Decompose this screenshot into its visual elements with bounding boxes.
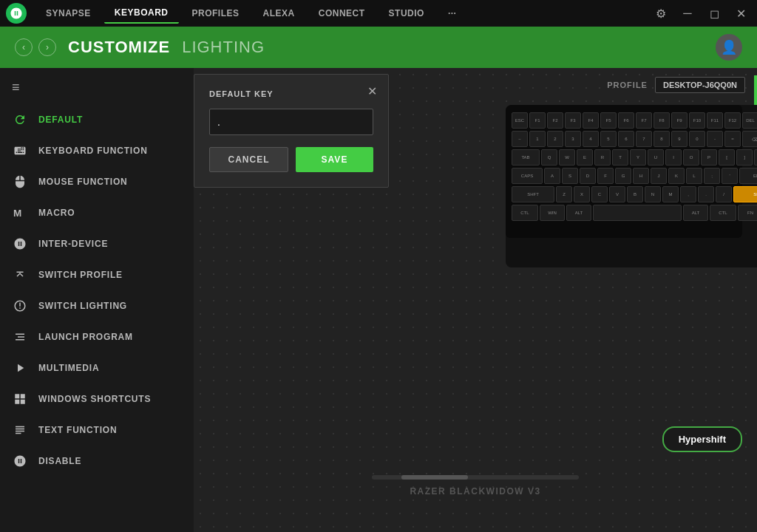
key-f6[interactable]: F6 <box>618 112 634 129</box>
key-f2[interactable]: F2 <box>547 112 563 129</box>
key-e[interactable]: E <box>577 149 593 166</box>
key-period[interactable]: . <box>698 186 714 202</box>
key-n[interactable]: N <box>645 186 661 202</box>
key-comma[interactable]: , <box>680 186 696 202</box>
key-equals[interactable]: = <box>724 131 741 147</box>
key-rshift[interactable]: SHFT <box>733 186 757 202</box>
key-f3[interactable]: F3 <box>565 112 581 129</box>
nav-studio[interactable]: STUDIO <box>378 4 435 23</box>
scrollbar-thumb[interactable] <box>401 475 468 480</box>
nav-more[interactable]: ··· <box>438 4 467 23</box>
key-r[interactable]: R <box>594 149 611 166</box>
key-win[interactable]: WIN <box>540 205 565 221</box>
key-rfn[interactable]: FN <box>738 205 757 221</box>
sidebar-item-default[interactable]: DEFAULT <box>0 104 194 135</box>
key-u[interactable]: U <box>648 149 664 166</box>
key-lalt[interactable]: ALT <box>566 205 591 221</box>
hypershift-button[interactable]: Hypershift <box>662 426 742 452</box>
key-9[interactable]: 9 <box>671 131 688 147</box>
modal-close-button[interactable]: ✕ <box>363 82 381 100</box>
key-l[interactable]: L <box>686 168 702 184</box>
key-d[interactable]: D <box>580 168 596 184</box>
key-space[interactable] <box>593 205 682 221</box>
sidebar-item-inter-device[interactable]: INTER-DEVICE <box>0 228 194 259</box>
save-button[interactable]: SAVE <box>296 147 373 172</box>
minimize-icon[interactable]: ─ <box>677 3 698 24</box>
maximize-icon[interactable]: ◻ <box>704 3 724 24</box>
key-z[interactable]: Z <box>556 186 572 202</box>
key-lctrl[interactable]: CTL <box>512 205 538 221</box>
sidebar-item-switch-profile[interactable]: SWITCH PROFILE <box>0 259 194 290</box>
key-ralt[interactable]: ALT <box>683 205 708 221</box>
nav-connect[interactable]: CONNECT <box>308 4 376 23</box>
key-m[interactable]: M <box>662 186 679 202</box>
key-3[interactable]: 3 <box>565 131 581 147</box>
key-o[interactable]: O <box>683 149 699 166</box>
key-backspace[interactable]: ⌫ <box>742 131 757 147</box>
key-slash[interactable]: / <box>716 186 732 202</box>
key-g[interactable]: G <box>615 168 631 184</box>
key-w[interactable]: W <box>559 149 575 166</box>
forward-button[interactable]: › <box>38 38 56 56</box>
key-a[interactable]: A <box>544 168 560 184</box>
key-lbracket[interactable]: [ <box>719 149 735 166</box>
key-rctrl[interactable]: CTL <box>710 205 736 221</box>
key-1[interactable]: 1 <box>529 131 546 147</box>
hamburger-icon[interactable]: ≡ <box>0 74 194 104</box>
user-avatar-icon[interactable]: 👤 <box>716 34 742 61</box>
key-k[interactable]: K <box>668 168 685 184</box>
key-f5[interactable]: F5 <box>600 112 617 129</box>
key-b[interactable]: B <box>627 186 643 202</box>
key-f10[interactable]: F10 <box>689 112 705 129</box>
key-minus[interactable]: - <box>707 131 723 147</box>
key-rbracket[interactable]: ] <box>736 149 753 166</box>
key-6[interactable]: 6 <box>618 131 634 147</box>
sidebar-item-disable[interactable]: DISABLE <box>0 446 194 477</box>
key-5[interactable]: 5 <box>600 131 617 147</box>
back-button[interactable]: ‹ <box>15 38 33 56</box>
key-t[interactable]: T <box>612 149 628 166</box>
close-icon[interactable]: ✕ <box>730 3 751 24</box>
gear-icon[interactable]: ⚙ <box>651 3 671 24</box>
key-enter[interactable]: ENT <box>739 168 757 184</box>
key-x[interactable]: X <box>574 186 590 202</box>
key-7[interactable]: 7 <box>636 131 652 147</box>
key-8[interactable]: 8 <box>654 131 670 147</box>
key-f1[interactable]: F1 <box>529 112 546 129</box>
key-f7[interactable]: F7 <box>636 112 652 129</box>
key-f11[interactable]: F11 <box>707 112 723 129</box>
key-backslash[interactable]: \ <box>754 149 757 166</box>
key-f8[interactable]: F8 <box>654 112 670 129</box>
sidebar-item-windows-shortcuts[interactable]: WINDOWS SHORTCUTS <box>0 383 194 415</box>
key-i[interactable]: I <box>665 149 682 166</box>
key-del[interactable]: DEL <box>742 112 757 129</box>
key-j[interactable]: J <box>651 168 667 184</box>
sidebar-item-switch-lighting[interactable]: SWITCH LIGHTING <box>0 290 194 321</box>
key-4[interactable]: 4 <box>583 131 599 147</box>
nav-keyboard[interactable]: KEYBOARD <box>104 3 179 24</box>
key-v[interactable]: V <box>609 186 625 202</box>
sidebar-item-keyboard-function[interactable]: KEYBOARD FUNCTION <box>0 135 194 166</box>
key-lshift[interactable]: SHFT <box>512 186 554 202</box>
key-q[interactable]: Q <box>541 149 557 166</box>
key-f4[interactable]: F4 <box>583 112 599 129</box>
key-2[interactable]: 2 <box>547 131 563 147</box>
sidebar-item-multimedia[interactable]: MULTIMEDIA <box>0 352 194 383</box>
key-0[interactable]: 0 <box>689 131 705 147</box>
sidebar-item-macro[interactable]: M MACRO <box>0 197 194 228</box>
nav-profiles[interactable]: PROFILES <box>182 4 250 23</box>
profile-value[interactable]: DESKTOP-J6QQ0N <box>655 77 745 93</box>
key-c[interactable]: C <box>591 186 608 202</box>
key-tilde[interactable]: ~ <box>512 131 528 147</box>
key-tab[interactable]: TAB <box>512 149 540 166</box>
sidebar-item-launch-program[interactable]: LAUNCH PROGRAM <box>0 321 194 352</box>
nav-alexa[interactable]: ALEXA <box>253 4 305 23</box>
key-p[interactable]: P <box>701 149 717 166</box>
key-f9[interactable]: F9 <box>671 112 688 129</box>
key-caps[interactable]: CAPS <box>512 168 543 184</box>
key-f[interactable]: F <box>597 168 614 184</box>
sidebar-item-mouse-function[interactable]: MOUSE FUNCTION <box>0 166 194 197</box>
nav-synapse[interactable]: SYNAPSE <box>35 4 101 23</box>
key-f12[interactable]: F12 <box>724 112 741 129</box>
key-h[interactable]: H <box>633 168 649 184</box>
